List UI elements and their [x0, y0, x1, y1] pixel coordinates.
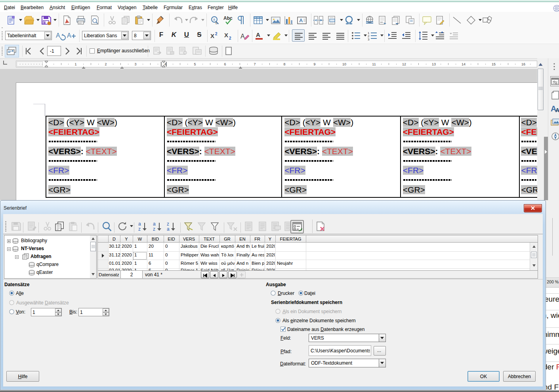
svg-text:a: a [213, 17, 215, 21]
svg-text:10: 10 [342, 62, 346, 66]
svg-text:3: 3 [134, 62, 136, 66]
svg-text:11: 11 [372, 62, 376, 66]
svg-text:A: A [67, 32, 71, 39]
svg-text:X: X [210, 33, 214, 39]
svg-text:X: X [224, 32, 228, 38]
svg-text:16: 16 [521, 62, 525, 66]
svg-text:A: A [56, 32, 60, 39]
svg-text:6: 6 [224, 62, 226, 66]
svg-text:14: 14 [462, 62, 466, 66]
svg-text:4: 4 [164, 62, 166, 66]
svg-text:A: A [256, 31, 260, 38]
svg-text:a: a [138, 221, 141, 227]
svg-text:2: 2 [215, 32, 217, 36]
svg-text:z: z [167, 221, 169, 227]
svg-text:b: b [216, 21, 217, 25]
svg-text:3: 3 [368, 38, 370, 40]
svg-text:A: A [299, 17, 303, 23]
svg-text:13: 13 [432, 62, 436, 66]
svg-text:a: a [153, 221, 156, 227]
svg-text:2: 2 [105, 62, 107, 66]
svg-text:z: z [138, 226, 141, 231]
svg-text:9: 9 [313, 62, 315, 66]
svg-text:7: 7 [254, 62, 256, 66]
svg-text:A: A [555, 107, 559, 113]
svg-text:8: 8 [283, 62, 285, 66]
svg-text:5: 5 [194, 62, 196, 66]
svg-text:15: 15 [492, 62, 496, 66]
svg-text:a: a [167, 226, 170, 231]
svg-text:12: 12 [402, 62, 406, 66]
svg-text:A: A [240, 33, 245, 40]
svg-text:1: 1 [74, 62, 76, 66]
svg-text:Abc: Abc [223, 15, 233, 21]
svg-text:z: z [153, 226, 155, 231]
svg-text:2: 2 [229, 36, 231, 40]
